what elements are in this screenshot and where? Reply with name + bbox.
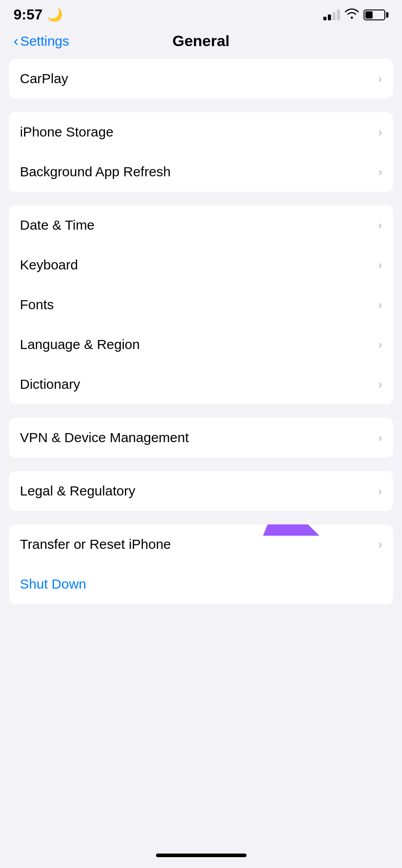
status-bar: 9:57 🌙 — [0, 0, 402, 28]
language-region-label: Language & Region — [20, 337, 140, 352]
transfer-reset-item[interactable]: Transfer or Reset iPhone › — [9, 524, 393, 564]
back-button[interactable]: ‹ Settings — [14, 33, 69, 49]
fonts-label: Fonts — [20, 297, 54, 312]
vpn-section: VPN & Device Management › — [9, 418, 393, 458]
status-icons — [323, 8, 388, 22]
moon-icon: 🌙 — [47, 7, 63, 22]
vpn-item[interactable]: VPN & Device Management › — [9, 418, 393, 458]
dictionary-label: Dictionary — [20, 377, 80, 392]
vpn-chevron-icon: › — [378, 431, 382, 445]
iphone-storage-item[interactable]: iPhone Storage › — [9, 112, 393, 152]
language-region-item[interactable]: Language & Region › — [9, 325, 393, 364]
transfer-reset-chevron-icon: › — [378, 538, 382, 552]
keyboard-chevron-icon: › — [378, 258, 382, 272]
signal-icon — [323, 9, 340, 20]
carplay-label: CarPlay — [20, 71, 68, 86]
content-area: CarPlay › iPhone Storage › Background Ap… — [0, 59, 402, 604]
legal-chevron-icon: › — [378, 484, 382, 498]
iphone-storage-chevron-icon: › — [378, 125, 382, 139]
background-app-refresh-label: Background App Refresh — [20, 164, 171, 179]
signal-bar-2 — [328, 14, 331, 20]
background-app-refresh-item[interactable]: Background App Refresh › — [9, 152, 393, 192]
shut-down-label: Shut Down — [20, 576, 86, 592]
carplay-section: CarPlay › — [9, 59, 393, 99]
reset-section: Transfer or Reset iPhone › Shut Down — [9, 524, 393, 604]
status-time: 9:57 — [14, 6, 43, 23]
keyboard-label: Keyboard — [20, 257, 78, 273]
fonts-chevron-icon: › — [378, 298, 382, 312]
home-indicator — [156, 854, 246, 857]
signal-bar-4 — [337, 9, 340, 20]
locale-section: Date & Time › Keyboard › Fonts › Languag… — [9, 205, 393, 404]
signal-bar-3 — [332, 12, 336, 20]
battery-icon — [364, 9, 388, 20]
date-time-label: Date & Time — [20, 217, 95, 233]
carplay-chevron-icon: › — [378, 72, 382, 86]
vpn-label: VPN & Device Management — [20, 430, 189, 445]
signal-bar-1 — [323, 17, 326, 20]
dictionary-item[interactable]: Dictionary › — [9, 364, 393, 404]
nav-header: ‹ Settings General — [0, 28, 402, 59]
fonts-item[interactable]: Fonts › — [9, 285, 393, 325]
legal-item[interactable]: Legal & Regulatory › — [9, 471, 393, 511]
transfer-reset-label: Transfer or Reset iPhone — [20, 537, 171, 552]
keyboard-item[interactable]: Keyboard › — [9, 245, 393, 285]
legal-label: Legal & Regulatory — [20, 483, 135, 499]
date-time-item[interactable]: Date & Time › — [9, 205, 393, 245]
page-title: General — [172, 32, 230, 50]
shut-down-item[interactable]: Shut Down — [9, 564, 393, 604]
dictionary-chevron-icon: › — [378, 377, 382, 392]
back-chevron-icon: ‹ — [14, 33, 19, 48]
legal-section: Legal & Regulatory › — [9, 471, 393, 511]
date-time-chevron-icon: › — [378, 218, 382, 232]
wifi-icon — [345, 8, 359, 22]
iphone-storage-label: iPhone Storage — [20, 124, 114, 140]
carplay-item[interactable]: CarPlay › — [9, 59, 393, 99]
back-label: Settings — [20, 33, 69, 49]
language-region-chevron-icon: › — [378, 338, 382, 352]
background-app-refresh-chevron-icon: › — [378, 165, 382, 179]
storage-section: iPhone Storage › Background App Refresh … — [9, 112, 393, 192]
